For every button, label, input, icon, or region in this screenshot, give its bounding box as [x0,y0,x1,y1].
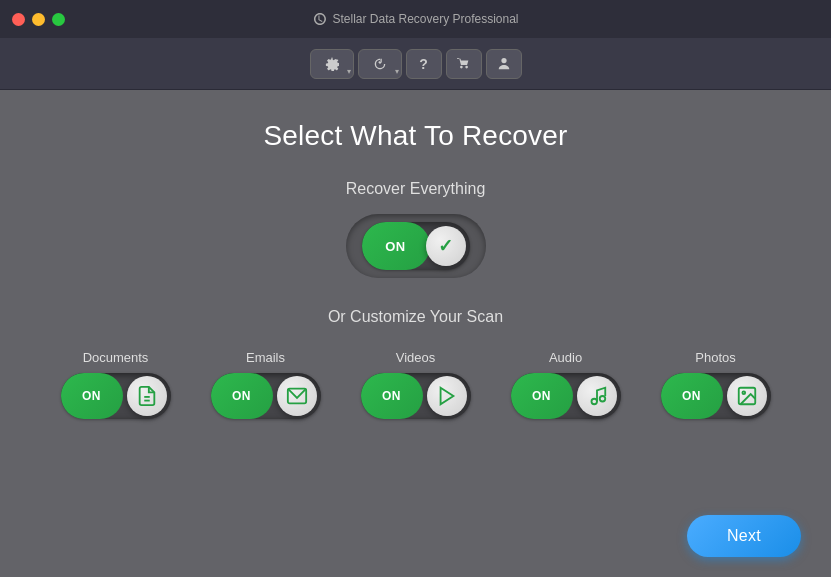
documents-toggle-knob [127,376,167,416]
main-content: Select What To Recover Recover Everythin… [0,90,831,515]
bottom-bar: Next [0,515,831,577]
recover-everything-toggle[interactable]: ON ✓ [362,222,470,270]
audio-toggle-knob [577,376,617,416]
photos-toggle-knob [727,376,767,416]
category-documents: Documents ON [61,350,171,419]
documents-label: Documents [83,350,149,365]
restore-icon [373,57,387,71]
toggle-knob: ✓ [426,226,466,266]
title-bar: Stellar Data Recovery Professional [0,0,831,38]
documents-toggle-on: ON [61,373,123,419]
audio-label: Audio [549,350,582,365]
photos-toggle[interactable]: ON [661,373,771,419]
category-videos: Videos ON [361,350,471,419]
page-title: Select What To Recover [263,120,567,152]
categories-row: Documents ON Emails ON [61,350,771,419]
emails-toggle-knob [277,376,317,416]
svg-marker-3 [440,388,453,405]
history-button[interactable] [358,49,402,79]
photos-label: Photos [695,350,735,365]
recover-everything-label: Recover Everything [346,180,486,198]
close-button[interactable] [12,13,25,26]
category-photos: Photos ON [661,350,771,419]
audio-toggle-on: ON [511,373,573,419]
recover-everything-container: ON ✓ [346,214,486,278]
videos-toggle-on: ON [361,373,423,419]
email-icon [286,385,308,407]
checkmark-icon: ✓ [438,235,453,257]
video-icon [436,385,458,407]
photo-icon [736,385,758,407]
videos-toggle[interactable]: ON [361,373,471,419]
settings-icon [325,57,339,71]
category-emails: Emails ON [211,350,321,419]
category-audio: Audio ON [511,350,621,419]
audio-toggle[interactable]: ON [511,373,621,419]
videos-label: Videos [396,350,436,365]
svg-point-5 [599,396,605,402]
account-icon [497,57,511,71]
svg-point-7 [742,391,745,394]
next-button[interactable]: Next [687,515,801,557]
maximize-button[interactable] [52,13,65,26]
app-title: Stellar Data Recovery Professional [332,12,518,26]
document-icon [136,385,158,407]
traffic-lights [12,13,65,26]
title-bar-center: Stellar Data Recovery Professional [312,12,518,26]
cart-button[interactable] [446,49,482,79]
videos-toggle-knob [427,376,467,416]
minimize-button[interactable] [32,13,45,26]
emails-toggle[interactable]: ON [211,373,321,419]
account-button[interactable] [486,49,522,79]
emails-toggle-on: ON [211,373,273,419]
photos-toggle-on: ON [661,373,723,419]
emails-label: Emails [246,350,285,365]
cart-icon [457,57,471,71]
toggle-on-label: ON [362,222,430,270]
help-button[interactable]: ? [406,49,442,79]
audio-icon [586,385,608,407]
customize-label: Or Customize Your Scan [328,308,503,326]
documents-toggle[interactable]: ON [61,373,171,419]
help-icon: ? [419,56,428,72]
app-icon [312,12,326,26]
settings-button[interactable] [310,49,354,79]
toolbar: ? [0,38,831,90]
